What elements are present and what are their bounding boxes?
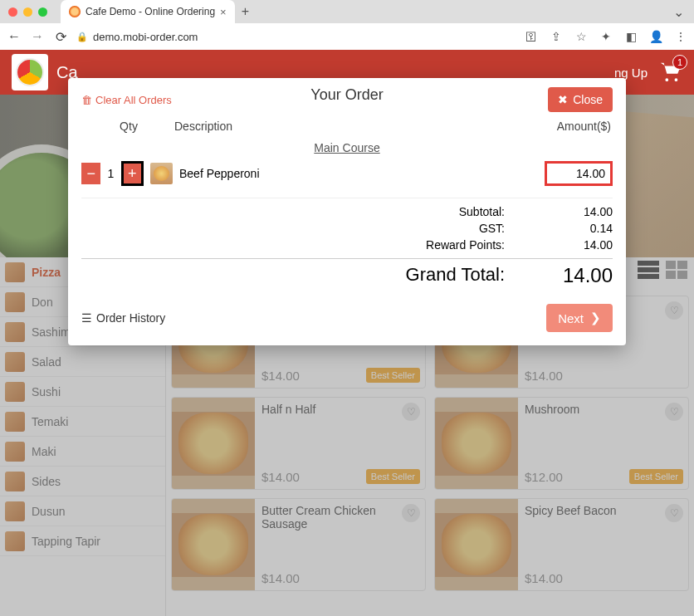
lock-icon: 🔒 bbox=[76, 32, 88, 42]
tab-title: Cafe Demo - Online Ordering bbox=[86, 6, 215, 17]
window-controls[interactable] bbox=[0, 7, 56, 17]
close-icon: ✖ bbox=[558, 93, 568, 106]
reward-value: 14.00 bbox=[530, 238, 613, 252]
close-tab-icon[interactable]: × bbox=[220, 6, 227, 18]
item-amount: 14.00 bbox=[545, 161, 613, 186]
list-icon: ☰ bbox=[81, 311, 92, 325]
close-label: Close bbox=[573, 93, 603, 106]
order-item-row: − 1 + Beef Pepperoni 14.00 bbox=[81, 158, 613, 189]
address-bar[interactable]: 🔒 demo.mobi-order.com bbox=[76, 31, 198, 43]
reward-label: Reward Points: bbox=[81, 238, 530, 252]
grand-total-label: Grand Total: bbox=[81, 264, 530, 287]
extensions-icon[interactable]: ✦ bbox=[599, 30, 613, 43]
close-button[interactable]: ✖ Close bbox=[548, 87, 613, 112]
col-qty: Qty bbox=[83, 120, 174, 133]
order-totals: Subtotal:14.00 GST:0.14 Reward Points:14… bbox=[81, 198, 613, 289]
next-label: Next bbox=[558, 311, 584, 325]
grand-total-value: 14.00 bbox=[530, 264, 613, 287]
gst-label: GST: bbox=[81, 222, 530, 235]
cart-badge: 1 bbox=[672, 55, 687, 70]
order-section: Main Course bbox=[81, 138, 613, 158]
order-history-link[interactable]: ☰ Order History bbox=[81, 311, 165, 325]
order-modal: Your Order 🗑 Clear All Orders ✖ Close Qt… bbox=[68, 78, 626, 345]
clear-orders-link[interactable]: 🗑 Clear All Orders bbox=[81, 94, 172, 106]
expand-tabs-icon[interactable]: ⌄ bbox=[673, 4, 684, 20]
next-button[interactable]: Next ❯ bbox=[546, 304, 613, 332]
profile-icon[interactable]: 👤 bbox=[649, 30, 662, 43]
url-text: demo.mobi-order.com bbox=[93, 31, 198, 43]
order-columns: Qty Description Amount($) bbox=[81, 111, 613, 138]
qty-minus-button[interactable]: − bbox=[81, 163, 100, 184]
minimize-window-icon[interactable] bbox=[23, 7, 32, 17]
menu-icon[interactable]: ⋮ bbox=[674, 30, 687, 43]
gst-value: 0.14 bbox=[530, 222, 613, 235]
browser-tab[interactable]: Cafe Demo - Online Ordering × bbox=[61, 0, 235, 23]
forward-button[interactable]: → bbox=[30, 29, 45, 44]
col-desc: Description bbox=[174, 120, 520, 133]
key-icon[interactable]: ⚿ bbox=[525, 30, 538, 43]
close-window-icon[interactable] bbox=[8, 7, 17, 17]
panel-icon[interactable]: ◧ bbox=[624, 30, 638, 43]
item-name: Beef Pepperoni bbox=[173, 167, 545, 180]
share-icon[interactable]: ⇪ bbox=[550, 30, 563, 43]
item-thumbnail bbox=[150, 163, 173, 184]
qty-plus-button[interactable]: + bbox=[121, 161, 144, 186]
order-history-label: Order History bbox=[96, 311, 165, 325]
maximize-window-icon[interactable] bbox=[38, 7, 47, 17]
back-button[interactable]: ← bbox=[7, 29, 22, 44]
star-icon[interactable]: ☆ bbox=[574, 30, 588, 43]
subtotal-label: Subtotal: bbox=[81, 205, 530, 218]
col-amount: Amount($) bbox=[520, 120, 611, 133]
new-tab-button[interactable]: + bbox=[242, 4, 249, 19]
cart-button[interactable]: 1 bbox=[657, 60, 682, 85]
sign-up-link[interactable]: ng Up bbox=[614, 66, 648, 80]
subtotal-value: 14.00 bbox=[530, 205, 613, 218]
reload-button[interactable]: ⟳ bbox=[53, 29, 68, 45]
favicon-icon bbox=[69, 6, 81, 17]
brand-logo[interactable] bbox=[12, 54, 48, 90]
qty-value: 1 bbox=[104, 167, 117, 180]
clear-orders-label: Clear All Orders bbox=[95, 94, 172, 106]
browser-chrome: Cafe Demo - Online Ordering × + ⌄ ← → ⟳ … bbox=[0, 0, 694, 50]
trash-icon: 🗑 bbox=[81, 94, 92, 106]
chevron-right-icon: ❯ bbox=[590, 310, 601, 325]
